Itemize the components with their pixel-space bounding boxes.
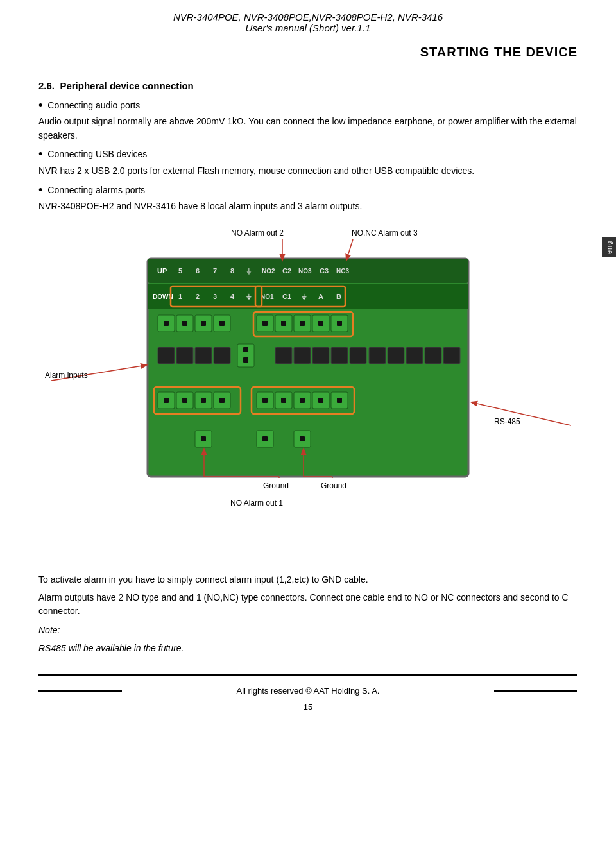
svg-line-95 [472,402,571,425]
footer-rule-right [494,690,578,692]
bullet-usb: • Connecting USB devices [38,148,578,162]
bullet-text-alarms: Connecting alarms ports [47,184,145,197]
svg-text:6: 6 [196,267,200,275]
svg-rect-34 [219,321,225,326]
svg-rect-70 [219,398,225,403]
label-ground1: Ground [263,481,289,490]
svg-text:NO Alarm out 2: NO Alarm out 2 [231,228,284,237]
svg-text:5: 5 [178,267,182,275]
header-title-line1: NVR-3404POE, NVR-3408POE,NVR-3408POE-H2,… [38,12,578,22]
svg-rect-28 [164,321,169,326]
svg-text:⏚: ⏚ [246,266,252,275]
page-number: 15 [0,699,616,718]
svg-text:2: 2 [196,293,200,300]
bullet-dot-audio: • [38,99,42,113]
svg-rect-88 [300,436,305,441]
alarm-outputs-paragraph: Alarm outputs have 2 NO type and and 1 (… [38,591,578,619]
page: NVR-3404POE, NVR-3408POE,NVR-3408POE-H2,… [0,0,616,865]
section-heading-text: Peripheral device connection [60,80,193,91]
label-nonc-alarm-out3: NO,NC Alarm out 3 [352,228,418,237]
section-heading: 2.6. Peripheral device connection [38,79,578,94]
svg-rect-74 [281,398,286,403]
svg-rect-59 [388,347,404,364]
terminal-row-2 [158,344,460,367]
bottom-content: To activate alarm in you have to simply … [0,573,616,655]
svg-rect-72 [262,398,268,403]
bullet-dot-alarms: • [38,184,42,198]
svg-text:B: B [336,293,341,300]
svg-rect-52 [243,357,248,363]
svg-rect-53 [275,347,292,364]
svg-text:A: A [318,293,323,300]
svg-rect-46 [158,347,175,364]
section-number: 2.6. [38,80,55,91]
svg-text:NO2: NO2 [262,268,275,275]
svg-rect-30 [182,321,187,326]
svg-rect-80 [337,398,342,403]
bullet-text-usb: Connecting USB devices [47,148,147,161]
svg-rect-56 [331,347,348,364]
svg-text:⏚: ⏚ [302,292,307,301]
svg-rect-76 [300,398,305,403]
alarms-paragraph: NVR-3408POE-H2 and NVR-3416 have 8 local… [38,200,578,214]
bullet-audio: • Connecting audio ports [38,99,578,113]
svg-rect-86 [262,436,268,441]
svg-rect-44 [337,321,342,326]
label-alarm-inputs: Alarm inputs [45,371,88,380]
section-title: STARTING THE DEVICE [0,39,616,65]
page-header: NVR-3404POE, NVR-3408POE,NVR-3408POE-H2,… [0,0,616,39]
diagram-container: UP 5 6 7 8 ⏚ NO2 C2 NO3 C3 NC3 DOWN 1 2 … [45,220,571,567]
svg-rect-78 [318,398,323,403]
note-label: Note: [38,624,578,638]
svg-text:NO3: NO3 [298,268,312,275]
svg-rect-49 [214,347,230,364]
svg-rect-51 [243,347,248,352]
svg-rect-36 [262,321,268,326]
svg-text:NC3: NC3 [336,268,349,275]
label-no-alarm-out1: NO Alarm out 1 [230,499,283,508]
label-ground2: Ground [321,481,346,490]
svg-rect-54 [294,347,311,364]
svg-text:1: 1 [178,293,182,300]
label-rs485: RS-485 [494,417,520,426]
svg-rect-32 [201,321,206,326]
svg-rect-42 [318,321,323,326]
svg-rect-57 [350,347,366,364]
svg-rect-58 [369,347,386,364]
svg-text:C1: C1 [282,293,291,300]
svg-text:RS-485: RS-485 [494,417,520,426]
note-text: RS485 will be available in the future. [38,642,578,656]
svg-text:Ground: Ground [263,481,289,490]
svg-rect-66 [182,398,187,403]
footer: All rights reserved © AAT Holding S. A. [0,682,616,699]
eng-badge: eng [602,237,616,257]
svg-text:8: 8 [230,267,234,275]
svg-rect-47 [176,347,193,364]
svg-rect-40 [300,321,305,326]
svg-text:C3: C3 [320,267,329,275]
svg-text:C2: C2 [282,267,291,275]
audio-paragraph: Audio output signal normally are above 2… [38,115,578,142]
svg-rect-60 [406,347,423,364]
alarm-diagram-svg: UP 5 6 7 8 ⏚ NO2 C2 NO3 C3 NC3 DOWN 1 2 … [45,220,571,567]
footer-rule-left [38,690,122,692]
header-title-line2: User's manual (Short) ver.1.1 [38,22,578,33]
svg-rect-68 [201,398,206,403]
svg-rect-64 [164,398,169,403]
svg-rect-38 [281,321,286,326]
activate-paragraph: To activate alarm in you have to simply … [38,573,578,587]
svg-text:NO,NC Alarm out 3: NO,NC Alarm out 3 [352,228,418,237]
svg-text:Ground: Ground [321,481,346,490]
svg-rect-61 [425,347,441,364]
svg-rect-62 [443,347,460,364]
svg-text:3: 3 [213,293,217,300]
content-area: 2.6. Peripheral device connection • Conn… [0,67,616,214]
svg-text:⏚: ⏚ [246,292,252,301]
label-no-alarm-out2: NO Alarm out 2 [231,228,284,237]
svg-text:4: 4 [230,293,235,300]
svg-rect-55 [312,347,329,364]
bullet-alarms: • Connecting alarms ports [38,184,578,198]
footer-copyright: All rights reserved © AAT Holding S. A. [237,686,380,696]
svg-text:Alarm inputs: Alarm inputs [45,371,88,380]
svg-rect-84 [201,436,206,441]
